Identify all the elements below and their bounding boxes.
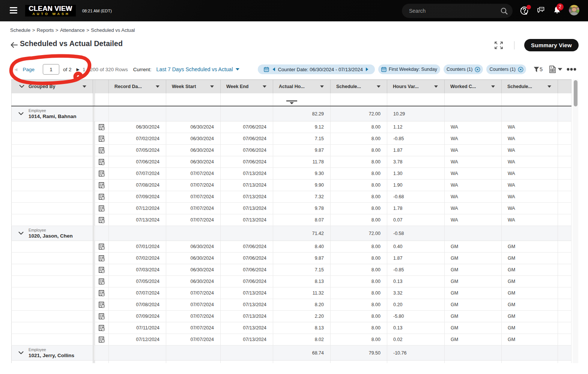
current-report-selector[interactable]: Last 7 Days Scheduled vs Actual [156, 66, 239, 72]
remove-circle-icon[interactable] [475, 67, 480, 72]
remove-circle-icon[interactable] [518, 67, 523, 72]
filter-cell[interactable] [502, 93, 558, 106]
search-input[interactable] [409, 4, 495, 18]
column-header[interactable]: Week Start [166, 80, 221, 93]
timesheet-icon[interactable] [95, 290, 108, 296]
column-header[interactable]: Hours Var... [387, 80, 445, 93]
previous-page-icon[interactable]: ◀ [14, 67, 17, 72]
timesheet-cell[interactable] [95, 214, 109, 226]
filter-cell[interactable] [166, 93, 221, 106]
group-collapse-chevron-icon[interactable] [18, 231, 24, 236]
timesheet-icon[interactable] [95, 182, 108, 188]
chevron-left-icon[interactable] [272, 67, 275, 72]
column-header[interactable]: Actual Ho... [273, 80, 331, 93]
filter-cell[interactable] [221, 93, 273, 106]
date-filter-chip[interactable]: Counter Date: 06/30/2024 - 07/13/2024 [258, 64, 375, 74]
counter-filter-chip[interactable]: Counters (1) [486, 64, 526, 74]
column-header[interactable]: Record Da... [109, 80, 166, 93]
timesheet-icon[interactable] [95, 194, 108, 200]
next-page-icon[interactable]: ▶ [77, 67, 80, 72]
company-logo[interactable]: CLEAN VIEW AUTO WASH [25, 5, 76, 16]
timesheet-icon[interactable] [95, 171, 108, 177]
timesheet-cell[interactable] [95, 203, 109, 214]
timesheet-icon[interactable] [95, 325, 108, 331]
timesheet-icon[interactable] [95, 244, 108, 250]
column-menu-caret-icon[interactable] [156, 85, 159, 88]
filter-cell[interactable] [95, 93, 109, 106]
help-icon[interactable] [520, 6, 531, 18]
timesheet-cell[interactable] [95, 145, 109, 156]
timesheet-icon[interactable] [95, 159, 108, 165]
scrollbar-thumb[interactable] [574, 80, 577, 106]
summary-view-button[interactable]: Summary View [524, 39, 579, 51]
page-label[interactable]: Page [23, 67, 35, 72]
timesheet-icon[interactable] [95, 278, 108, 285]
timesheet-cell[interactable] [95, 191, 109, 202]
timesheet-icon[interactable] [95, 217, 108, 223]
column-menu-caret-icon[interactable] [320, 85, 324, 88]
expand-fullscreen-icon[interactable] [495, 42, 503, 49]
user-avatar[interactable] [569, 5, 579, 15]
export-document-icon[interactable] [549, 66, 562, 73]
timesheet-cell[interactable] [95, 334, 109, 345]
timesheet-cell[interactable] [95, 133, 109, 144]
active-filter-indicator-icon[interactable] [286, 100, 297, 105]
filter-cell[interactable] [331, 93, 387, 106]
column-header[interactable]: Schedule... [331, 80, 387, 93]
timesheet-cell[interactable] [95, 276, 109, 287]
timesheet-cell[interactable] [95, 264, 109, 275]
chevron-right-icon[interactable] [365, 67, 369, 72]
timesheet-cell[interactable] [95, 253, 109, 264]
column-header[interactable]: Worked C... [445, 80, 502, 93]
timesheet-cell[interactable] [95, 241, 109, 252]
vertical-scrollbar[interactable] [573, 79, 578, 363]
column-menu-caret-icon[interactable] [377, 85, 380, 88]
filter-cell[interactable] [273, 93, 331, 106]
group-header-cell[interactable]: Employee1021, Jerry, Collins [11, 346, 93, 360]
column-menu-caret-icon[interactable] [83, 85, 86, 88]
breadcrumb-item[interactable]: Attendance [60, 27, 85, 33]
column-menu-caret-icon[interactable] [210, 85, 214, 88]
column-header[interactable]: Schedule... [502, 80, 558, 93]
back-arrow-icon[interactable] [11, 42, 18, 49]
filter-cell[interactable] [558, 93, 571, 106]
group-header-cell[interactable]: Employee1014, Rami, Bahnan [11, 106, 93, 121]
breadcrumb-item[interactable]: Reports [37, 27, 54, 33]
timesheet-icon[interactable] [95, 313, 108, 320]
search-box[interactable] [402, 4, 513, 18]
timesheet-icon[interactable] [95, 136, 108, 142]
timesheet-cell[interactable] [95, 168, 109, 179]
timesheet-cell[interactable] [95, 156, 109, 168]
timesheet-cell[interactable] [95, 322, 109, 334]
timesheet-icon[interactable] [95, 302, 108, 308]
column-header-grouped-by[interactable]: Grouped By [11, 80, 93, 93]
column-menu-caret-icon[interactable] [547, 85, 551, 88]
filter-icon[interactable]: 5 [534, 66, 543, 72]
counter-filter-chip[interactable]: Counters (1) [444, 64, 483, 74]
search-icon[interactable] [500, 7, 508, 16]
timesheet-icon[interactable] [95, 337, 108, 343]
date-filter-chip[interactable]: First Weekday: Sunday [378, 64, 440, 74]
hamburger-menu-icon[interactable] [10, 7, 17, 14]
group-collapse-chevron-icon[interactable] [18, 111, 24, 117]
filter-cell[interactable] [387, 93, 445, 106]
timesheet-icon[interactable] [95, 267, 108, 273]
breadcrumb-item[interactable]: Schedule [10, 27, 30, 33]
timesheet-cell[interactable] [95, 299, 109, 310]
timesheet-cell[interactable] [95, 311, 109, 322]
filter-cell[interactable] [109, 93, 166, 106]
timesheet-cell[interactable] [95, 180, 109, 191]
group-header-cell[interactable]: Employee1020, Jason, Chen [11, 226, 93, 241]
chat-icon[interactable] [537, 7, 544, 15]
timesheet-cell[interactable] [95, 121, 109, 133]
column-menu-caret-icon[interactable] [491, 85, 495, 88]
timesheet-icon[interactable] [95, 205, 108, 212]
timesheet-icon[interactable] [95, 255, 108, 262]
timesheet-icon[interactable] [95, 147, 108, 154]
timesheet-icon[interactable] [95, 124, 108, 130]
column-menu-caret-icon[interactable] [434, 85, 438, 88]
timesheet-cell[interactable] [95, 287, 109, 299]
group-collapse-chevron-icon[interactable] [18, 350, 24, 356]
page-number-input[interactable] [43, 64, 59, 75]
notifications-bell-icon[interactable]: 2 [553, 6, 561, 15]
